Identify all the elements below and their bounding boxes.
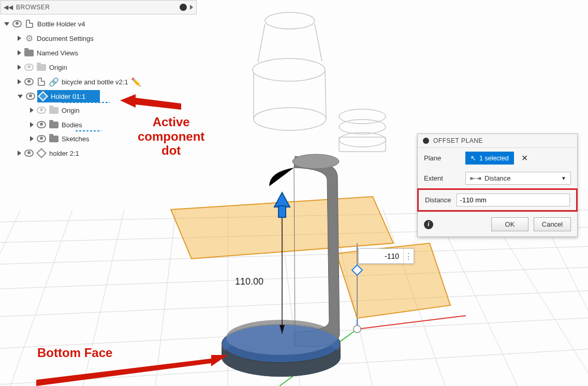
svg-line-3 bbox=[0, 266, 588, 290]
visibility-icon[interactable] bbox=[12, 20, 22, 27]
twisty-icon[interactable] bbox=[30, 108, 34, 113]
svg-point-37 bbox=[226, 320, 336, 355]
plane-label: Plane bbox=[424, 154, 460, 162]
annotation-active-component: Active component dot bbox=[138, 115, 204, 158]
extent-label: Extent bbox=[424, 174, 460, 182]
dimension-label: 110.00 bbox=[235, 276, 263, 287]
svg-line-4 bbox=[0, 290, 588, 318]
svg-point-33 bbox=[339, 132, 386, 147]
svg-point-25 bbox=[253, 58, 325, 81]
extent-value: Distance bbox=[484, 174, 511, 182]
twisty-icon[interactable] bbox=[18, 36, 21, 41]
twisty-icon[interactable] bbox=[18, 65, 21, 70]
svg-marker-41 bbox=[280, 325, 285, 334]
visibility-off-icon[interactable] bbox=[37, 107, 46, 114]
twisty-icon[interactable] bbox=[18, 95, 23, 98]
extent-select[interactable]: ⇤⇥ Distance ▼ bbox=[465, 172, 571, 185]
tree-root[interactable]: Bottle Holder v4 bbox=[4, 17, 197, 31]
visibility-icon[interactable] bbox=[37, 121, 46, 128]
tree-label: bicycle and bottle v2:1 bbox=[62, 78, 128, 86]
dialog-title: OFFSET PLANE bbox=[433, 137, 483, 144]
tree-label: Named Views bbox=[37, 49, 78, 57]
component-icon bbox=[38, 92, 48, 101]
svg-line-10 bbox=[155, 210, 176, 386]
visibility-icon[interactable] bbox=[24, 78, 34, 85]
document-icon bbox=[37, 77, 46, 86]
svg-point-24 bbox=[265, 12, 315, 29]
svg-line-5 bbox=[0, 317, 588, 350]
browser-header[interactable]: ◀◀ BROWSER bbox=[0, 0, 197, 14]
svg-rect-44 bbox=[352, 265, 362, 275]
svg-line-28 bbox=[325, 70, 326, 119]
dialog-header[interactable]: OFFSET PLANE bbox=[418, 134, 577, 148]
svg-point-35 bbox=[222, 324, 341, 363]
svg-point-32 bbox=[339, 120, 386, 134]
annotation-text: component bbox=[138, 129, 204, 144]
offset-plane-dialog[interactable]: OFFSET PLANE Plane ↖ 1 selected ✕ Extent… bbox=[417, 133, 578, 237]
visibility-off-icon[interactable] bbox=[24, 64, 34, 71]
cursor-icon: ↖ bbox=[471, 154, 476, 162]
tree-item-origin[interactable]: Origin bbox=[4, 60, 197, 75]
clear-selection-icon[interactable]: ✕ bbox=[519, 153, 530, 163]
folder-icon bbox=[49, 134, 58, 143]
svg-point-38 bbox=[292, 154, 339, 169]
folder-icon bbox=[49, 106, 58, 115]
expand-chevron-icon[interactable] bbox=[190, 5, 193, 10]
svg-point-36 bbox=[222, 337, 341, 377]
distance-extent-icon: ⇤⇥ bbox=[470, 174, 481, 182]
tree-label: Origin bbox=[62, 107, 80, 114]
twisty-icon[interactable] bbox=[18, 79, 21, 84]
svg-line-2 bbox=[0, 246, 588, 265]
tree-item-holder01[interactable]: Holder 01:1 bbox=[4, 89, 197, 103]
svg-line-13 bbox=[331, 210, 373, 386]
plane-selected-text: 1 selected bbox=[479, 155, 509, 162]
dimension-input[interactable] bbox=[359, 249, 403, 263]
svg-point-31 bbox=[339, 109, 386, 124]
info-icon[interactable]: i bbox=[424, 220, 433, 229]
tree-label: Bodies bbox=[62, 121, 82, 129]
twisty-icon[interactable] bbox=[30, 122, 34, 127]
svg-line-19 bbox=[280, 329, 357, 386]
twisty-icon[interactable] bbox=[18, 151, 21, 156]
folder-icon bbox=[24, 48, 34, 57]
tree-item-linked[interactable]: 🔗 bicycle and bottle v2:1 ✏️ bbox=[4, 75, 197, 89]
tree-item-named-views[interactable]: Named Views bbox=[4, 46, 197, 60]
tree-label: Document Settings bbox=[37, 35, 94, 42]
dimension-input-flyout[interactable]: ⋮ bbox=[358, 248, 414, 264]
svg-line-30 bbox=[315, 24, 322, 61]
annotation-bottom-face: Bottom Face bbox=[37, 346, 112, 360]
dialog-footer: i OK Cancel bbox=[418, 212, 577, 236]
distance-input[interactable] bbox=[457, 194, 570, 206]
cancel-button[interactable]: Cancel bbox=[534, 217, 571, 231]
ok-button[interactable]: OK bbox=[491, 217, 528, 231]
visibility-icon[interactable] bbox=[37, 135, 46, 142]
annotation-text: dot bbox=[138, 143, 204, 158]
folder-icon bbox=[37, 63, 46, 72]
component-icon bbox=[37, 149, 46, 158]
link-icon: 🔗 bbox=[49, 77, 58, 86]
svg-point-39 bbox=[223, 325, 340, 362]
tree-item-doc-settings[interactable]: ⚙ Document Settings bbox=[4, 31, 197, 46]
tree-label: Sketches bbox=[62, 135, 89, 143]
minimize-icon[interactable] bbox=[180, 4, 187, 11]
svg-line-18 bbox=[357, 316, 466, 329]
svg-line-12 bbox=[280, 210, 300, 386]
pencil-icon[interactable]: ✏️ bbox=[131, 77, 141, 86]
dialog-row-distance: Distance bbox=[417, 188, 578, 212]
visibility-icon[interactable] bbox=[26, 93, 35, 100]
dialog-collapse-icon[interactable] bbox=[423, 138, 429, 144]
collapse-icon[interactable]: ◀◀ bbox=[4, 4, 13, 11]
twisty-icon[interactable] bbox=[4, 22, 9, 26]
dialog-row-plane: Plane ↖ 1 selected ✕ bbox=[418, 148, 577, 168]
plane-selection-pill[interactable]: ↖ 1 selected bbox=[465, 152, 514, 165]
svg-marker-42 bbox=[274, 192, 290, 207]
twisty-icon[interactable] bbox=[18, 50, 21, 55]
tree-label: Holder 01:1 bbox=[51, 93, 85, 100]
distance-label: Distance bbox=[425, 196, 451, 204]
gear-icon: ⚙ bbox=[24, 34, 34, 43]
visibility-icon[interactable] bbox=[24, 150, 34, 157]
svg-point-21 bbox=[354, 325, 361, 333]
twisty-icon[interactable] bbox=[30, 136, 34, 141]
annotation-text: Active bbox=[138, 115, 204, 129]
dimension-input-more-icon[interactable]: ⋮ bbox=[403, 249, 414, 263]
